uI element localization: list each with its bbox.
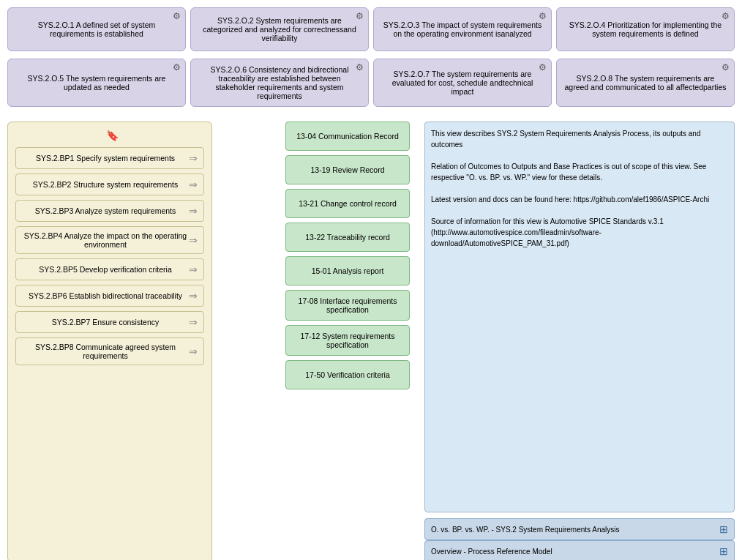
connector-area (220, 122, 278, 560)
bp-box-bp3: SYS.2.BP3 Analyze system requirements⇒ (15, 200, 204, 222)
settings-icon[interactable]: ⚙ (173, 62, 181, 72)
wp-label: 13-19 Review Record (311, 165, 385, 174)
outcome-text: SYS.2.O.4 Prioritization for implementin… (564, 20, 727, 38)
outcome-box-SYS.2.O.6: SYS.2.O.6 Consistency and bidirectional … (190, 59, 369, 107)
link-label: Overview - Process Reference Model (431, 548, 552, 556)
info-text-box: This view describes SYS.2 System Require… (424, 122, 735, 512)
settings-icon[interactable]: ⚙ (539, 11, 547, 21)
wp-box-wp6: 17-08 Interface requirements specificati… (285, 290, 410, 321)
grid-icon: ⊞ (719, 545, 728, 557)
outcome-text: SYS.2.O.1 A defined set of system requir… (15, 20, 178, 38)
wp-box-wp2: 13-19 Review Record (285, 155, 410, 184)
bp-label: SYS.2.BP6 Establish bidirectional tracea… (22, 291, 189, 300)
work-products-panel: 13-04 Communication Record13-19 Review R… (285, 122, 410, 560)
grid-icon: ⊞ (719, 523, 728, 535)
bp-box-bp4: SYS.2.BP4 Analyze the impact on the oper… (15, 226, 204, 254)
arrow-icon: ⇒ (189, 152, 198, 164)
links-container: O. vs. BP. vs. WP. - SYS.2 System Requir… (424, 518, 735, 560)
outcomes-row2: SYS.2.O.5 The system requirements are up… (7, 59, 735, 107)
outcome-box-SYS.2.O.7: SYS.2.O.7 The system requirements are ev… (373, 59, 552, 107)
wp-box-wp7: 17-12 System requirements specification (285, 325, 410, 356)
arrow-icon: ⇒ (189, 234, 198, 246)
bp-label: SYS.2.BP3 Analyze system requirements (22, 206, 189, 215)
outcome-box-SYS.2.O.3: SYS.2.O.3 The impact of system requireme… (373, 7, 552, 51)
bp-box-bp5: SYS.2.BP5 Develop verification criteria⇒ (15, 258, 204, 280)
outcome-text: SYS.2.O.7 The system requirements are ev… (381, 70, 544, 96)
bp-list: SYS.2.BP1 Specify system requirements⇒SY… (15, 147, 204, 365)
wp-box-wp4: 13-22 Traceability record (285, 223, 410, 252)
wp-box-wp8: 17-50 Verification criteria (285, 360, 410, 389)
bp-label: SYS.2.BP7 Ensure consistency (22, 318, 189, 326)
bp-box-bp7: SYS.2.BP7 Ensure consistency⇒ (15, 311, 204, 333)
bp-box-bp8: SYS.2.BP8 Communicate agreed system requ… (15, 337, 204, 365)
arrow-icon: ⇒ (189, 290, 198, 302)
bp-label: SYS.2.BP1 Specify system requirements (22, 154, 189, 163)
outcome-text: SYS.2.O.5 The system requirements are up… (15, 74, 178, 92)
bp-box-bp6: SYS.2.BP6 Establish bidirectional tracea… (15, 285, 204, 307)
settings-icon[interactable]: ⚙ (356, 62, 364, 72)
bp-label: SYS.2.BP2 Structure system requirements (22, 180, 189, 189)
main-page: SYS.2.O.1 A defined set of system requir… (0, 0, 742, 560)
bp-label: SYS.2.BP4 Analyze the impact on the oper… (22, 231, 189, 249)
wp-label: 13-04 Communication Record (296, 132, 398, 141)
wp-label: 15-01 Analysis report (312, 266, 384, 275)
outcome-text: SYS.2.O.6 Consistency and bidirectional … (198, 65, 361, 100)
bp-box-bp1: SYS.2.BP1 Specify system requirements⇒ (15, 147, 204, 169)
arrow-icon: ⇒ (189, 205, 198, 217)
wp-label: 13-21 Change control record (299, 199, 397, 208)
process-title: 🔖 (15, 130, 204, 141)
outcomes-row1: SYS.2.O.1 A defined set of system requir… (7, 7, 735, 51)
link-box-link1[interactable]: O. vs. BP. vs. WP. - SYS.2 System Requir… (424, 518, 735, 540)
wp-label: 13-22 Traceability record (305, 233, 390, 242)
arrow-icon: ⇒ (189, 346, 198, 357)
outcome-text: SYS.2.O.8 The system requirements are ag… (564, 74, 727, 92)
wp-box-wp1: 13-04 Communication Record (285, 122, 410, 151)
outcome-box-SYS.2.O.4: SYS.2.O.4 Prioritization for implementin… (556, 7, 735, 51)
wp-box-wp5: 15-01 Analysis report (285, 256, 410, 285)
settings-icon[interactable]: ⚙ (722, 11, 730, 21)
wp-label: 17-12 System requirements specification (291, 332, 405, 349)
settings-icon[interactable]: ⚙ (173, 11, 181, 21)
link-box-link2[interactable]: Overview - Process Reference Model⊞ (424, 540, 735, 560)
link-label: O. vs. BP. vs. WP. - SYS.2 System Requir… (431, 526, 620, 534)
outcome-text: SYS.2.O.3 The impact of system requireme… (381, 20, 544, 38)
process-panel: 🔖 SYS.2.BP1 Specify system requirements⇒… (7, 122, 212, 560)
bp-label: SYS.2.BP5 Develop verification criteria (22, 265, 189, 274)
bookmark-icon: 🔖 (106, 130, 119, 141)
diagram-area: 🔖 SYS.2.BP1 Specify system requirements⇒… (7, 122, 735, 560)
info-panel: This view describes SYS.2 System Require… (417, 122, 735, 560)
arrow-icon: ⇒ (189, 264, 198, 275)
info-description: This view describes SYS.2 System Require… (431, 130, 709, 247)
arrow-icon: ⇒ (189, 316, 198, 328)
bp-label: SYS.2.BP8 Communicate agreed system requ… (22, 343, 189, 360)
outcome-text: SYS.2.O.2 System requirements are catego… (198, 16, 361, 42)
wp-box-wp3: 13-21 Change control record (285, 189, 410, 218)
outcome-box-SYS.2.O.5: SYS.2.O.5 The system requirements are up… (7, 59, 186, 107)
settings-icon[interactable]: ⚙ (539, 62, 547, 72)
connector-svg (220, 122, 278, 560)
wp-label: 17-08 Interface requirements specificati… (291, 296, 405, 314)
settings-icon[interactable]: ⚙ (722, 62, 730, 72)
settings-icon[interactable]: ⚙ (356, 11, 364, 21)
arrow-icon: ⇒ (189, 179, 198, 190)
wp-label: 17-50 Verification criteria (305, 370, 390, 379)
outcome-box-SYS.2.O.8: SYS.2.O.8 The system requirements are ag… (556, 59, 735, 107)
outcome-box-SYS.2.O.1: SYS.2.O.1 A defined set of system requir… (7, 7, 186, 51)
bp-box-bp2: SYS.2.BP2 Structure system requirements⇒ (15, 173, 204, 195)
outcome-box-SYS.2.O.2: SYS.2.O.2 System requirements are catego… (190, 7, 369, 51)
